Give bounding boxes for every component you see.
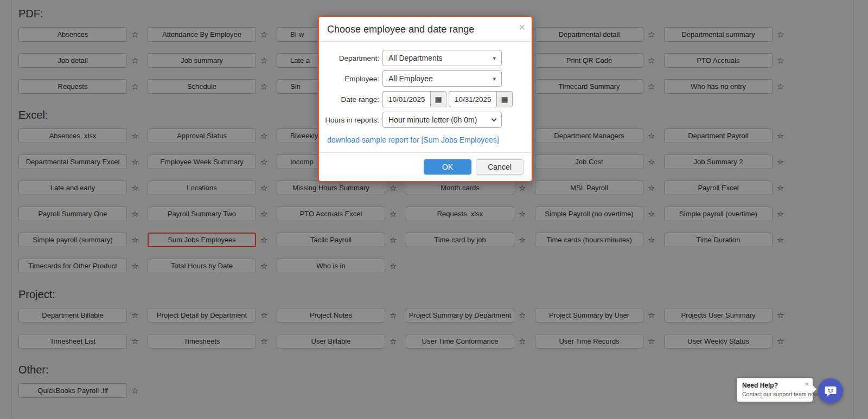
employee-select[interactable]: All Employee ▾ xyxy=(382,70,502,87)
start-date-input[interactable]: 10/01/2025 xyxy=(382,91,430,107)
cancel-button[interactable]: Cancel xyxy=(476,159,524,175)
calendar-icon[interactable]: ▦ xyxy=(496,91,513,107)
dialog-body: Department: All Departments ▾ Employee: … xyxy=(319,42,532,152)
calendar-icon[interactable]: ▦ xyxy=(430,91,446,107)
chevron-down-icon: ▾ xyxy=(493,75,496,82)
dialog-title: Choose employee and date range xyxy=(327,24,474,35)
department-value: All Departments xyxy=(388,54,443,62)
reports-page: PDF:Absences☆Attendance By Employee☆Bi-w… xyxy=(0,0,868,419)
close-icon[interactable]: × xyxy=(519,21,525,34)
end-date-input[interactable]: 10/31/2025 xyxy=(449,91,496,107)
date-range-label: Date range: xyxy=(323,95,379,104)
tooltip-body: Contact our support team now. xyxy=(742,391,807,397)
dialog-header: Choose employee and date range × xyxy=(319,17,532,42)
close-icon[interactable]: × xyxy=(805,380,809,388)
download-sample-link[interactable]: download sample report for [Sum Jobs Emp… xyxy=(327,136,499,144)
employee-label: Employee: xyxy=(323,75,379,83)
dialog-footer: OK Cancel xyxy=(319,152,532,181)
hours-format-value: Hour minute letter (0h 0m) xyxy=(388,115,477,124)
department-select[interactable]: All Departments ▾ xyxy=(382,50,502,66)
chevron-down-icon: ▾ xyxy=(493,55,496,62)
ok-button[interactable]: OK xyxy=(424,159,471,175)
department-label: Department: xyxy=(323,54,379,62)
hours-format-select[interactable]: Hour minute letter (0h 0m) xyxy=(382,112,502,128)
chat-launcher-button[interactable] xyxy=(818,378,843,403)
chat-bubble-icon xyxy=(824,384,838,398)
tooltip-title: Need Help? xyxy=(742,382,807,389)
employee-value: All Employee xyxy=(388,74,433,83)
need-help-tooltip: Need Help? Contact our support team now.… xyxy=(737,378,813,402)
chevron-down-icon xyxy=(492,116,497,121)
hours-format-label: Hours in reports: xyxy=(323,116,379,124)
choose-employee-dialog: Choose employee and date range × Departm… xyxy=(318,16,533,182)
